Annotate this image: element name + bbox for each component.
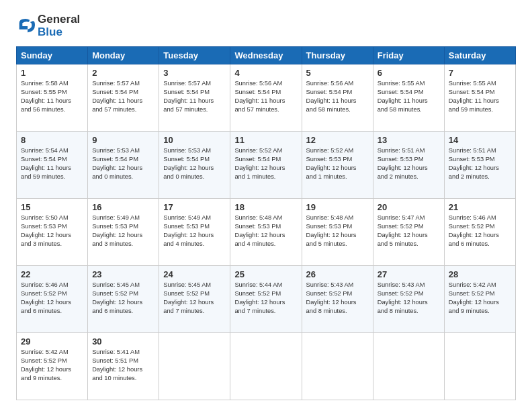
page: General Blue Sunday Monday Tuesday Wedne… — [0, 0, 532, 411]
cell-info: Sunrise: 5:45 AM Sunset: 5:52 PM Dayligh… — [92, 281, 154, 316]
cell-info: Sunrise: 5:50 AM Sunset: 5:53 PM Dayligh… — [21, 214, 83, 248]
col-thursday: Thursday — [302, 47, 373, 64]
table-row: 8 Sunrise: 5:54 AM Sunset: 5:54 PM Dayli… — [17, 132, 88, 199]
day-number: 26 — [306, 269, 369, 279]
cell-info: Sunrise: 5:48 AM Sunset: 5:53 PM Dayligh… — [306, 214, 369, 248]
calendar-table: Sunday Monday Tuesday Wednesday Thursday… — [16, 46, 516, 400]
logo-general: General — [38, 13, 80, 26]
logo: General Blue — [16, 13, 80, 38]
day-number: 22 — [21, 269, 83, 279]
day-number: 27 — [378, 269, 440, 279]
day-number: 28 — [449, 269, 511, 279]
table-row: 9 Sunrise: 5:53 AM Sunset: 5:54 PM Dayli… — [88, 132, 159, 199]
cell-info: Sunrise: 5:58 AM Sunset: 5:55 PM Dayligh… — [21, 79, 83, 114]
day-number: 30 — [92, 336, 154, 347]
table-row: 19 Sunrise: 5:48 AM Sunset: 5:53 PM Dayl… — [302, 199, 373, 266]
table-row: 5 Sunrise: 5:56 AM Sunset: 5:54 PM Dayli… — [302, 64, 373, 132]
cell-info: Sunrise: 5:52 AM Sunset: 5:54 PM Dayligh… — [234, 146, 297, 181]
header: General Blue — [16, 13, 516, 38]
day-number: 29 — [21, 336, 83, 347]
table-row: 12 Sunrise: 5:52 AM Sunset: 5:53 PM Dayl… — [302, 132, 373, 199]
day-number: 5 — [306, 68, 369, 78]
cell-info: Sunrise: 5:52 AM Sunset: 5:53 PM Dayligh… — [306, 146, 369, 181]
table-row: 6 Sunrise: 5:55 AM Sunset: 5:54 PM Dayli… — [373, 64, 444, 132]
table-row: 13 Sunrise: 5:51 AM Sunset: 5:53 PM Dayl… — [373, 132, 444, 199]
col-monday: Monday — [88, 47, 159, 64]
table-row: 20 Sunrise: 5:47 AM Sunset: 5:52 PM Dayl… — [373, 199, 444, 266]
day-number: 17 — [163, 202, 226, 212]
day-number: 14 — [449, 135, 511, 145]
cell-info: Sunrise: 5:54 AM Sunset: 5:54 PM Dayligh… — [21, 146, 83, 181]
day-number: 19 — [306, 202, 369, 212]
cell-info: Sunrise: 5:57 AM Sunset: 5:54 PM Dayligh… — [92, 79, 154, 114]
day-number: 7 — [449, 68, 511, 78]
table-row: 22 Sunrise: 5:46 AM Sunset: 5:52 PM Dayl… — [17, 266, 88, 333]
cell-info: Sunrise: 5:51 AM Sunset: 5:53 PM Dayligh… — [378, 146, 440, 181]
calendar-week-row: 15 Sunrise: 5:50 AM Sunset: 5:53 PM Dayl… — [17, 199, 516, 266]
day-number: 25 — [234, 269, 297, 279]
day-number: 1 — [21, 68, 83, 78]
cell-info: Sunrise: 5:45 AM Sunset: 5:52 PM Dayligh… — [163, 281, 226, 316]
cell-info: Sunrise: 5:49 AM Sunset: 5:53 PM Dayligh… — [92, 214, 154, 248]
day-number: 9 — [92, 135, 154, 145]
table-row: 28 Sunrise: 5:42 AM Sunset: 5:52 PM Dayl… — [444, 266, 515, 333]
table-row: 17 Sunrise: 5:49 AM Sunset: 5:53 PM Dayl… — [159, 199, 230, 266]
cell-info: Sunrise: 5:55 AM Sunset: 5:54 PM Dayligh… — [378, 79, 440, 114]
col-tuesday: Tuesday — [159, 47, 230, 64]
logo-text: General Blue — [38, 13, 80, 38]
cell-info: Sunrise: 5:47 AM Sunset: 5:52 PM Dayligh… — [378, 214, 440, 248]
day-number: 11 — [234, 135, 297, 145]
calendar-week-row: 22 Sunrise: 5:46 AM Sunset: 5:52 PM Dayl… — [17, 266, 516, 333]
empty-cell — [230, 333, 302, 400]
cell-info: Sunrise: 5:53 AM Sunset: 5:54 PM Dayligh… — [92, 146, 154, 181]
col-saturday: Saturday — [444, 47, 515, 64]
col-wednesday: Wednesday — [230, 47, 302, 64]
day-number: 18 — [234, 202, 297, 212]
day-number: 6 — [378, 68, 440, 78]
cell-info: Sunrise: 5:48 AM Sunset: 5:53 PM Dayligh… — [234, 214, 297, 248]
logo-icon — [16, 17, 35, 36]
empty-cell — [444, 333, 515, 400]
table-row: 15 Sunrise: 5:50 AM Sunset: 5:53 PM Dayl… — [17, 199, 88, 266]
day-number: 3 — [163, 68, 226, 78]
day-number: 10 — [163, 135, 226, 145]
calendar-header-row: Sunday Monday Tuesday Wednesday Thursday… — [17, 47, 516, 64]
table-row: 16 Sunrise: 5:49 AM Sunset: 5:53 PM Dayl… — [88, 199, 159, 266]
cell-info: Sunrise: 5:44 AM Sunset: 5:52 PM Dayligh… — [234, 281, 297, 316]
cell-info: Sunrise: 5:42 AM Sunset: 5:52 PM Dayligh… — [21, 348, 83, 383]
cell-info: Sunrise: 5:41 AM Sunset: 5:51 PM Dayligh… — [92, 348, 154, 383]
table-row: 4 Sunrise: 5:56 AM Sunset: 5:54 PM Dayli… — [230, 64, 302, 132]
table-row: 2 Sunrise: 5:57 AM Sunset: 5:54 PM Dayli… — [88, 64, 159, 132]
table-row: 11 Sunrise: 5:52 AM Sunset: 5:54 PM Dayl… — [230, 132, 302, 199]
table-row: 18 Sunrise: 5:48 AM Sunset: 5:53 PM Dayl… — [230, 199, 302, 266]
day-number: 4 — [234, 68, 297, 78]
cell-info: Sunrise: 5:55 AM Sunset: 5:54 PM Dayligh… — [449, 79, 511, 114]
cell-info: Sunrise: 5:56 AM Sunset: 5:54 PM Dayligh… — [234, 79, 297, 114]
table-row: 26 Sunrise: 5:43 AM Sunset: 5:52 PM Dayl… — [302, 266, 373, 333]
day-number: 2 — [92, 68, 154, 78]
table-row: 21 Sunrise: 5:46 AM Sunset: 5:52 PM Dayl… — [444, 199, 515, 266]
table-row: 23 Sunrise: 5:45 AM Sunset: 5:52 PM Dayl… — [88, 266, 159, 333]
day-number: 23 — [92, 269, 154, 279]
day-number: 8 — [21, 135, 83, 145]
cell-info: Sunrise: 5:46 AM Sunset: 5:52 PM Dayligh… — [21, 281, 83, 316]
cell-info: Sunrise: 5:57 AM Sunset: 5:54 PM Dayligh… — [163, 79, 226, 114]
logo-blue: Blue — [38, 26, 62, 38]
day-number: 13 — [378, 135, 440, 145]
day-number: 12 — [306, 135, 369, 145]
table-row: 27 Sunrise: 5:43 AM Sunset: 5:52 PM Dayl… — [373, 266, 444, 333]
table-row: 14 Sunrise: 5:51 AM Sunset: 5:53 PM Dayl… — [444, 132, 515, 199]
cell-info: Sunrise: 5:53 AM Sunset: 5:54 PM Dayligh… — [163, 146, 226, 181]
empty-cell — [373, 333, 444, 400]
day-number: 16 — [92, 202, 154, 212]
cell-info: Sunrise: 5:51 AM Sunset: 5:53 PM Dayligh… — [449, 146, 511, 181]
col-sunday: Sunday — [17, 47, 88, 64]
table-row: 29 Sunrise: 5:42 AM Sunset: 5:52 PM Dayl… — [17, 333, 88, 400]
calendar-week-row: 1 Sunrise: 5:58 AM Sunset: 5:55 PM Dayli… — [17, 64, 516, 132]
empty-cell — [159, 333, 230, 400]
calendar-week-row: 8 Sunrise: 5:54 AM Sunset: 5:54 PM Dayli… — [17, 132, 516, 199]
calendar-week-row: 29 Sunrise: 5:42 AM Sunset: 5:52 PM Dayl… — [17, 333, 516, 400]
table-row: 1 Sunrise: 5:58 AM Sunset: 5:55 PM Dayli… — [17, 64, 88, 132]
table-row: 3 Sunrise: 5:57 AM Sunset: 5:54 PM Dayli… — [159, 64, 230, 132]
day-number: 24 — [163, 269, 226, 279]
